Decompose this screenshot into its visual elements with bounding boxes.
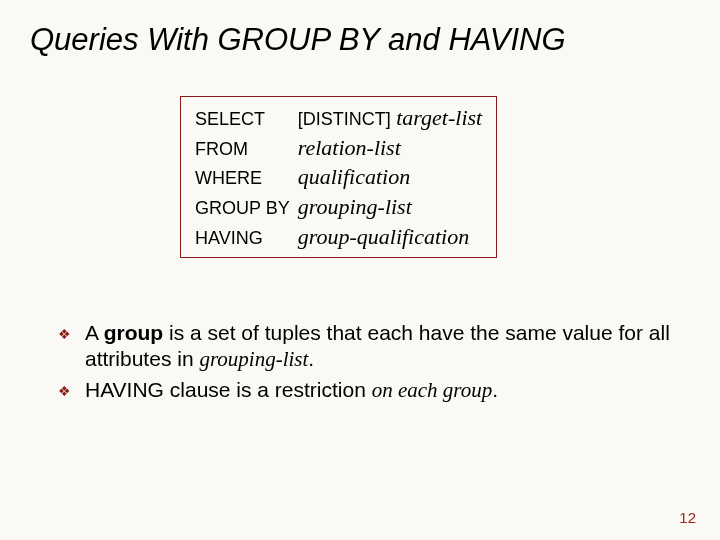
syntax-row-select: SELECT [DISTINCT] target-list [195,103,482,133]
syntax-row-having: HAVING group-qualification [195,222,482,252]
select-args: [DISTINCT] target-list [298,103,482,133]
page-number: 12 [679,509,696,526]
text-span: A [85,321,104,344]
groupby-keyword: GROUP BY [195,192,298,222]
bullet-item: ❖A group is a set of tuples that each ha… [58,320,680,373]
bullet-icon: ❖ [58,326,71,344]
having-keyword: HAVING [195,222,298,252]
bullet-text: A group is a set of tuples that each hav… [85,320,680,373]
text-span: is a set of tuples that each have the sa… [85,321,670,370]
text-span: . [308,347,314,370]
relation-list: relation-list [298,133,482,163]
text-span: HAVING clause is a restriction [85,378,372,401]
syntax-table: SELECT [DISTINCT] target-list FROM relat… [195,103,482,251]
title-mid: and [379,22,448,57]
slide: Queries With GROUP BY and HAVING SELECT … [0,0,720,540]
qualification: qualification [298,162,482,192]
text-span: group [104,321,163,344]
where-keyword: WHERE [195,162,298,192]
syntax-row-groupby: GROUP BY grouping-list [195,192,482,222]
text-span: grouping-list [199,347,308,371]
grouping-list: grouping-list [298,192,482,222]
syntax-row-from: FROM relation-list [195,133,482,163]
distinct-keyword: [DISTINCT] [298,109,391,129]
bullet-icon: ❖ [58,383,71,401]
text-span: on each group [372,378,493,402]
select-keyword: SELECT [195,103,298,133]
syntax-row-where: WHERE qualification [195,162,482,192]
target-list: target-list [396,105,482,130]
text-span: . [492,378,498,401]
from-keyword: FROM [195,133,298,163]
group-qualification: group-qualification [298,222,482,252]
sql-syntax-box: SELECT [DISTINCT] target-list FROM relat… [180,96,497,258]
bullet-list: ❖A group is a set of tuples that each ha… [58,320,680,407]
title-kw-groupby: GROUP BY [218,22,380,57]
title-pre: Queries With [30,22,218,57]
slide-title: Queries With GROUP BY and HAVING [30,22,566,58]
title-kw-having: HAVING [448,22,565,57]
bullet-text: HAVING clause is a restriction on each g… [85,377,680,403]
bullet-item: ❖HAVING clause is a restriction on each … [58,377,680,403]
